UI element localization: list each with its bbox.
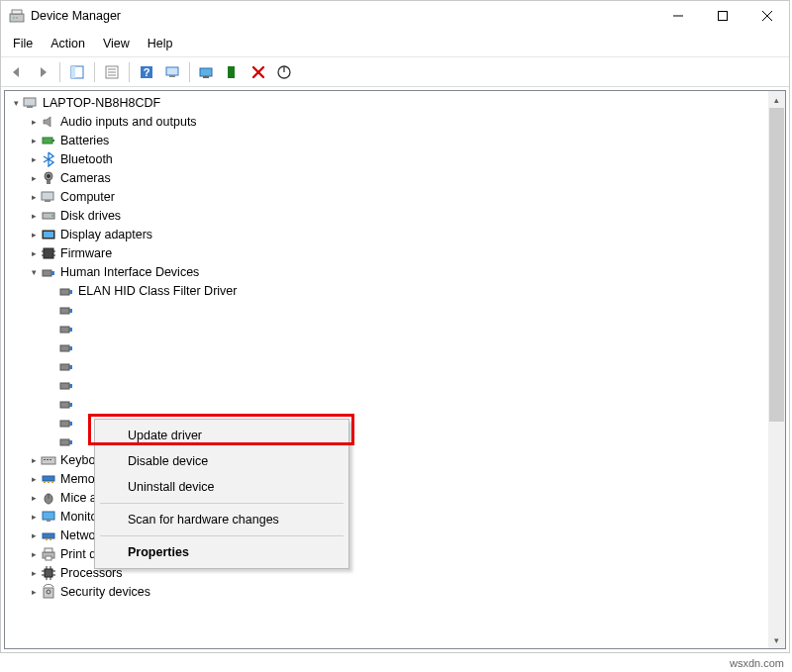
update-driver-button[interactable] (195, 60, 219, 84)
root-label: LAPTOP-NB8H8CDF (43, 96, 160, 110)
svg-rect-16 (166, 67, 178, 75)
app-icon (9, 8, 25, 24)
expand-icon[interactable]: ▸ (27, 453, 41, 467)
menu-help[interactable]: Help (140, 33, 181, 54)
security-icon (41, 584, 56, 600)
tree-item-security[interactable]: ▸Security devices (7, 582, 768, 601)
tree-item-hid-child[interactable] (7, 319, 768, 337)
svg-rect-79 (45, 548, 52, 552)
svg-rect-33 (45, 200, 50, 202)
tree-item-audio[interactable]: ▸Audio inputs and outputs (7, 112, 768, 131)
tree-item-display[interactable]: ▸Display adapters (7, 225, 768, 243)
expand-icon[interactable]: ▸ (27, 190, 41, 204)
expand-icon[interactable]: ▸ (27, 585, 41, 599)
scroll-up-button[interactable]: ▴ (768, 91, 785, 108)
collapse-icon[interactable]: ▾ (27, 265, 41, 279)
svg-rect-63 (42, 457, 55, 464)
tree-item-hid-child[interactable] (7, 356, 768, 375)
tree-item-disk[interactable]: ▸Disk drives (7, 206, 768, 225)
svg-rect-58 (69, 403, 72, 407)
tree-item-cameras[interactable]: ▸Cameras (7, 168, 768, 187)
expand-icon[interactable]: ▸ (27, 134, 41, 147)
svg-rect-50 (69, 328, 72, 332)
toolbar-sep (94, 62, 95, 82)
properties-button[interactable] (100, 60, 124, 84)
svg-rect-73 (43, 512, 54, 520)
scan-button[interactable] (160, 60, 184, 84)
expand-icon[interactable]: ▸ (27, 171, 41, 185)
help-button[interactable]: ? (135, 60, 158, 84)
window-title: Device Manager (31, 9, 655, 23)
expand-icon[interactable]: ▸ (27, 566, 41, 580)
tree-item-bluetooth[interactable]: ▸Bluetooth (7, 149, 768, 168)
hid-icon (41, 264, 56, 280)
close-button[interactable] (744, 1, 789, 31)
ctx-uninstall-device[interactable]: Uninstall device (98, 474, 346, 500)
vertical-scrollbar[interactable]: ▴ ▾ (768, 91, 785, 648)
disable-button[interactable] (221, 60, 245, 84)
ctx-disable-device[interactable]: Disable device (98, 448, 346, 474)
minimize-button[interactable] (655, 1, 700, 31)
expand-icon[interactable]: ▸ (27, 510, 41, 524)
tree-item-hid-child[interactable] (7, 337, 768, 356)
svg-rect-26 (27, 106, 33, 108)
svg-rect-76 (46, 538, 48, 540)
maximize-button[interactable] (700, 1, 744, 31)
expand-icon[interactable]: ▸ (27, 209, 41, 223)
menu-file[interactable]: File (5, 33, 41, 54)
svg-rect-51 (60, 345, 69, 351)
tree-root[interactable]: ▾ LAPTOP-NB8H8CDF (7, 93, 768, 112)
toolbar-sep (129, 62, 130, 82)
uninstall-button[interactable] (247, 60, 270, 84)
ctx-separator (100, 503, 344, 504)
tree-item-batteries[interactable]: ▸Batteries (7, 131, 768, 149)
svg-rect-9 (71, 66, 75, 78)
computer-icon (23, 95, 39, 111)
tree-item-hid[interactable]: ▾Human Interface Devices (7, 262, 768, 281)
svg-rect-80 (46, 556, 51, 560)
tree-item-elan[interactable]: ELAN HID Class Filter Driver (7, 281, 768, 300)
expand-icon[interactable]: ▸ (27, 228, 41, 241)
titlebar: Device Manager (1, 1, 789, 31)
network-icon (41, 528, 56, 543)
forward-button[interactable] (31, 60, 54, 84)
menu-action[interactable]: Action (43, 33, 93, 54)
menubar: File Action View Help (1, 31, 789, 57)
expand-icon[interactable]: ▸ (27, 152, 41, 166)
tree-item-firmware[interactable]: ▸Firmware (7, 243, 768, 262)
hid-device-icon (58, 396, 74, 412)
tree-item-hid-child[interactable] (7, 300, 768, 319)
expand-icon[interactable]: ▸ (27, 472, 41, 486)
back-button[interactable] (5, 60, 29, 84)
tree-item-computer[interactable]: ▸Computer (7, 187, 768, 206)
expand-icon[interactable]: ▸ (27, 528, 41, 542)
expand-icon[interactable]: ▸ (27, 115, 41, 129)
monitor-icon (41, 509, 56, 525)
scroll-track[interactable] (768, 108, 785, 631)
scroll-down-button[interactable]: ▾ (768, 631, 785, 648)
menu-view[interactable]: View (95, 33, 138, 54)
ctx-properties[interactable]: Properties (98, 539, 346, 565)
collapse-icon[interactable]: ▾ (9, 96, 23, 110)
expand-icon[interactable]: ▸ (27, 547, 41, 561)
hid-device-icon (58, 321, 74, 336)
enable-button[interactable] (272, 60, 296, 84)
svg-rect-75 (43, 533, 54, 538)
ctx-scan-hardware[interactable]: Scan for hardware changes (98, 507, 346, 532)
svg-rect-31 (47, 180, 50, 184)
window-controls (655, 1, 789, 31)
expand-icon[interactable]: ▸ (27, 491, 41, 505)
tree-item-hid-child[interactable] (7, 375, 768, 394)
toolbar-sep (189, 62, 190, 82)
show-hide-tree-button[interactable] (65, 60, 89, 84)
ctx-update-driver[interactable]: Update driver (98, 423, 346, 448)
scroll-thumb[interactable] (769, 108, 784, 422)
hid-device-icon (58, 377, 74, 393)
expand-icon[interactable]: ▸ (27, 246, 41, 260)
hid-device-icon (58, 358, 74, 374)
svg-rect-69 (48, 481, 50, 483)
ctx-separator (100, 535, 344, 536)
tree-item-hid-child[interactable] (7, 394, 768, 413)
hid-device-icon (58, 415, 74, 431)
svg-rect-37 (44, 232, 53, 238)
